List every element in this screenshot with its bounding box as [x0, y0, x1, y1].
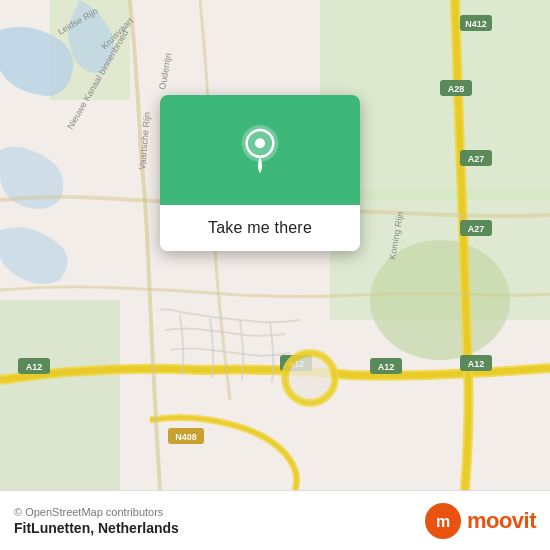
svg-point-34 [255, 138, 265, 148]
map-container: A12 A12 A12 A12 N412 A28 A27 A27 N408 Le… [0, 0, 550, 490]
svg-text:m: m [436, 513, 450, 530]
popup-green-area [160, 95, 360, 205]
footer-bar: © OpenStreetMap contributors FitLunetten… [0, 490, 550, 550]
svg-rect-3 [0, 300, 120, 490]
moovit-logo[interactable]: m moovit [425, 503, 536, 539]
take-me-there-button[interactable]: Take me there [160, 205, 360, 251]
svg-text:N412: N412 [465, 19, 487, 29]
svg-text:A12: A12 [378, 362, 395, 372]
moovit-brand-text: moovit [467, 508, 536, 534]
svg-text:N408: N408 [175, 432, 197, 442]
svg-text:A12: A12 [468, 359, 485, 369]
moovit-brand-icon: m [425, 503, 461, 539]
popup-card: Take me there [160, 95, 360, 251]
svg-text:A12: A12 [26, 362, 43, 372]
svg-text:A27: A27 [468, 154, 485, 164]
svg-text:A27: A27 [468, 224, 485, 234]
copyright-text: © OpenStreetMap contributors [14, 506, 179, 518]
footer-left: © OpenStreetMap contributors FitLunetten… [14, 506, 179, 536]
svg-text:A28: A28 [448, 84, 465, 94]
location-name: FitLunetten, Netherlands [14, 520, 179, 536]
location-pin-icon [235, 125, 285, 175]
